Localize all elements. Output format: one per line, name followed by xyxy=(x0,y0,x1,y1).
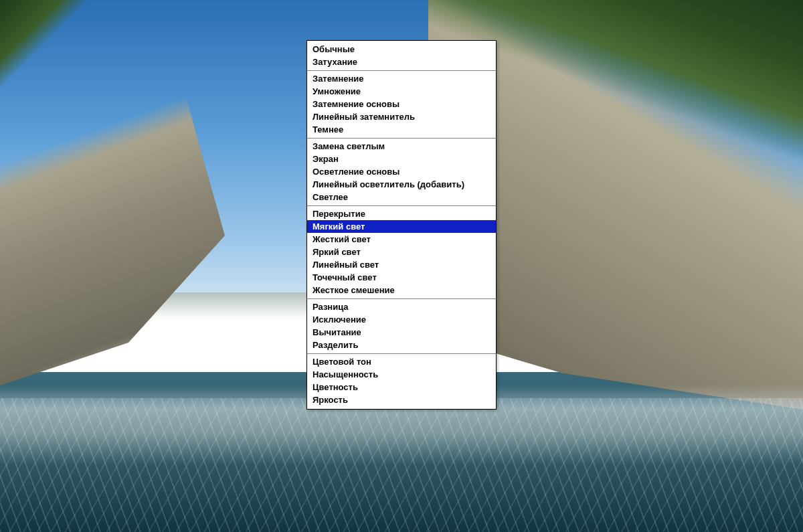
blend-mode-option[interactable]: Цветность xyxy=(307,381,496,393)
blend-mode-option[interactable]: Разница xyxy=(307,300,496,313)
blend-mode-option[interactable]: Экран xyxy=(307,153,496,165)
background-waves xyxy=(0,398,803,532)
blend-mode-dropdown-menu[interactable]: ОбычныеЗатуханиеЗатемнениеУмножениеЗатем… xyxy=(306,40,497,410)
blend-mode-option[interactable]: Жесткий свет xyxy=(307,233,496,246)
blend-mode-option[interactable]: Исключение xyxy=(307,313,496,326)
blend-mode-option[interactable]: Затемнение основы xyxy=(307,98,496,110)
menu-group: Замена светлымЭкранОсветление основыЛине… xyxy=(307,139,496,206)
blend-mode-option[interactable]: Светлее xyxy=(307,191,496,203)
blend-mode-option[interactable]: Вычитание xyxy=(307,326,496,339)
blend-mode-option[interactable]: Умножение xyxy=(307,85,496,98)
blend-mode-option[interactable]: Замена светлым xyxy=(307,140,496,153)
menu-group: ЗатемнениеУмножениеЗатемнение основыЛине… xyxy=(307,71,496,139)
blend-mode-option[interactable]: Жесткое смешение xyxy=(307,284,496,296)
blend-mode-option[interactable]: Яркость xyxy=(307,393,496,406)
menu-group: РазницаИсключениеВычитаниеРазделить xyxy=(307,299,496,354)
menu-group: Цветовой тонНасыщенностьЦветностьЯркость xyxy=(307,354,496,408)
blend-mode-option[interactable]: Линейный свет xyxy=(307,258,496,271)
blend-mode-option[interactable]: Затухание xyxy=(307,56,496,68)
blend-mode-option[interactable]: Мягкий свет xyxy=(307,220,496,233)
blend-mode-option[interactable]: Насыщенность xyxy=(307,368,496,381)
blend-mode-option[interactable]: Темнее xyxy=(307,123,496,136)
blend-mode-option[interactable]: Яркий свет xyxy=(307,246,496,258)
blend-mode-option[interactable]: Точечный свет xyxy=(307,271,496,284)
blend-mode-option[interactable]: Осветление основы xyxy=(307,165,496,178)
blend-mode-option[interactable]: Линейный осветлитель (добавить) xyxy=(307,178,496,191)
menu-group: ПерекрытиеМягкий светЖесткий светЯркий с… xyxy=(307,206,496,299)
blend-mode-option[interactable]: Перекрытие xyxy=(307,207,496,220)
blend-mode-option[interactable]: Цветовой тон xyxy=(307,355,496,368)
blend-mode-option[interactable]: Обычные xyxy=(307,43,496,56)
blend-mode-option[interactable]: Разделить xyxy=(307,339,496,351)
blend-mode-option[interactable]: Линейный затемнитель xyxy=(307,110,496,123)
blend-mode-option[interactable]: Затемнение xyxy=(307,72,496,85)
menu-group: ОбычныеЗатухание xyxy=(307,41,496,71)
